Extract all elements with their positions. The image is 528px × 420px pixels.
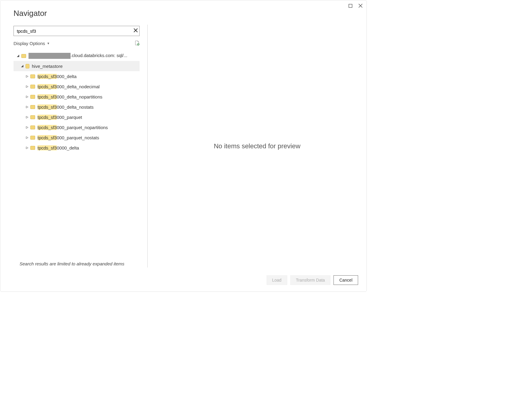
preview-empty-message: No items selected for preview	[214, 142, 300, 150]
chevron-down-icon: ▼	[47, 42, 50, 45]
window-controls	[347, 3, 364, 9]
folder-icon	[30, 85, 35, 89]
tree-item-label: tpcds_sf30000_delta	[38, 145, 79, 150]
tree-item[interactable]: tpcds_sf3000_delta_nopartitions	[14, 92, 140, 102]
search-limit-note: Search results are limited to already ex…	[14, 261, 141, 271]
tree-item[interactable]: tpcds_sf3000_parquet_nopartitions	[14, 122, 140, 132]
tree-item-label: tpcds_sf3000_parquet_nopartitions	[38, 125, 108, 130]
tree-item[interactable]: tpcds_sf3000_delta_nostats	[14, 102, 140, 112]
expander-collapsed-icon[interactable]	[25, 75, 29, 78]
database-icon	[26, 64, 29, 68]
svg-marker-16	[26, 147, 28, 149]
svg-marker-8	[21, 65, 23, 67]
display-options-dropdown[interactable]: Display Options ▼	[14, 41, 50, 46]
folder-icon	[21, 54, 26, 58]
folder-icon	[30, 95, 35, 99]
svg-marker-13	[26, 116, 28, 118]
redacted-text	[29, 53, 71, 59]
tree-root-label: .cloud.databricks.com: sql/...	[29, 53, 127, 59]
expander-expanded-icon[interactable]	[16, 54, 20, 57]
tree-root[interactable]: .cloud.databricks.com: sql/...	[14, 51, 140, 61]
expander-collapsed-icon[interactable]	[25, 147, 29, 149]
page-title: Navigator	[0, 0, 367, 21]
folder-icon	[30, 105, 35, 109]
tree-item[interactable]: tpcds_sf3000_delta_nodecimal	[14, 81, 140, 92]
svg-marker-7	[17, 55, 19, 57]
svg-marker-12	[26, 106, 28, 108]
expander-collapsed-icon[interactable]	[25, 136, 29, 139]
search-box	[14, 26, 140, 36]
expander-collapsed-icon[interactable]	[25, 85, 29, 88]
folder-icon	[30, 136, 35, 140]
tree-item[interactable]: tpcds_sf30000_delta	[14, 143, 140, 153]
folder-icon	[30, 115, 35, 119]
tree-item-label: tpcds_sf3000_delta	[38, 74, 77, 79]
tree-item-label: tpcds_sf3000_delta_nostats	[38, 104, 94, 110]
svg-marker-15	[26, 137, 28, 139]
tree-item-hive-metastore[interactable]: hive_metastore	[14, 61, 140, 71]
expander-collapsed-icon[interactable]	[25, 116, 29, 119]
close-icon[interactable]	[358, 3, 364, 9]
transform-data-button[interactable]: Transform Data	[290, 275, 331, 285]
cancel-button[interactable]: Cancel	[333, 275, 358, 285]
tree-item-label: tpcds_sf3000_delta_nopartitions	[38, 94, 102, 99]
clear-search-icon[interactable]	[134, 28, 138, 34]
svg-marker-14	[26, 126, 28, 128]
expander-collapsed-icon[interactable]	[25, 126, 29, 129]
expander-collapsed-icon[interactable]	[25, 95, 29, 98]
tree-item-label: hive_metastore	[32, 64, 63, 69]
tree-item[interactable]: tpcds_sf3000_delta	[14, 71, 140, 81]
expander-collapsed-icon[interactable]	[25, 106, 29, 108]
tree-item[interactable]: tpcds_sf3000_parquet	[14, 112, 140, 122]
svg-marker-9	[26, 75, 28, 77]
svg-rect-0	[349, 4, 352, 8]
svg-marker-10	[26, 86, 28, 88]
preview-pane: No items selected for preview	[148, 21, 367, 271]
tree-item-label: tpcds_sf3000_parquet_nostats	[38, 135, 99, 140]
folder-icon	[30, 146, 35, 150]
expander-expanded-icon[interactable]	[20, 65, 24, 68]
navigator-tree: .cloud.databricks.com: sql/... hive_meta…	[14, 51, 140, 261]
folder-icon	[30, 74, 35, 78]
tree-item[interactable]: tpcds_sf3000_parquet_nostats	[14, 132, 140, 143]
tree-item-label: tpcds_sf3000_parquet	[38, 115, 82, 120]
svg-marker-11	[26, 96, 28, 98]
search-input[interactable]	[14, 26, 140, 36]
folder-icon	[30, 125, 35, 129]
tree-item-label: tpcds_sf3000_delta_nodecimal	[38, 84, 100, 89]
dialog-button-row: Load Transform Data Cancel	[0, 271, 367, 292]
navigator-left-pane: Display Options ▼ .cl	[0, 21, 147, 271]
maximize-icon[interactable]	[347, 3, 353, 9]
display-options-label: Display Options	[14, 41, 45, 46]
refresh-icon[interactable]	[134, 40, 140, 47]
load-button[interactable]: Load	[267, 275, 287, 285]
